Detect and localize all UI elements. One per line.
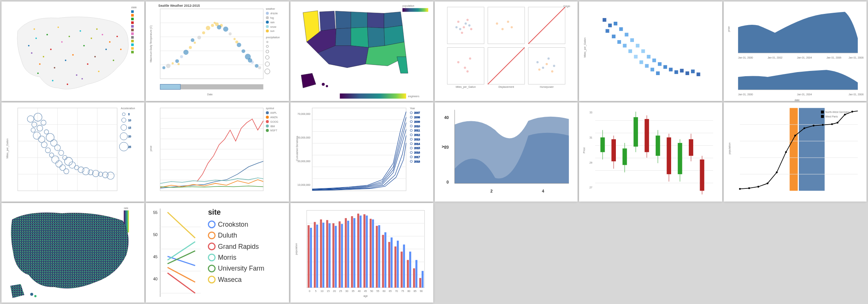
- svg-rect-407: [382, 235, 384, 288]
- svg-point-49: [162, 66, 165, 69]
- svg-text:drizzle: drizzle: [271, 12, 278, 15]
- x-axis-label: age: [363, 295, 368, 298]
- svg-rect-294: [600, 137, 605, 152]
- svg-point-126: [542, 66, 544, 69]
- x-axis-label: Date: [207, 93, 213, 96]
- svg-point-55: [189, 46, 192, 49]
- svg-point-90: [267, 41, 268, 43]
- svg-text:10: 10: [321, 290, 324, 293]
- svg-point-332: [812, 125, 814, 126]
- svg-rect-387: [320, 220, 322, 288]
- svg-point-333: [822, 124, 824, 126]
- svg-point-54: [183, 50, 189, 55]
- svg-text:31: 31: [590, 136, 593, 139]
- svg-rect-415: [407, 260, 408, 288]
- svg-text:55: 55: [153, 211, 158, 215]
- svg-point-375: [209, 276, 215, 283]
- y-axis-label: population: [295, 243, 298, 255]
- svg-rect-36: [131, 25, 134, 28]
- svg-text:Origin: Origin: [563, 5, 570, 8]
- svg-point-220: [121, 124, 127, 130]
- svg-point-238: [266, 120, 269, 123]
- svg-point-11: [68, 36, 70, 37]
- legend-sites: Crookston Duluth Grand Rapids Morris Uni…: [209, 221, 265, 283]
- svg-point-73: [191, 38, 195, 42]
- svg-rect-403: [369, 219, 371, 288]
- svg-text:West Paris: West Paris: [825, 115, 838, 118]
- svg-text:Jan 01, 2004: Jan 01, 2004: [797, 56, 812, 59]
- svg-point-8: [57, 27, 59, 28]
- svg-rect-141: [612, 35, 616, 38]
- svg-point-1: [31, 52, 32, 54]
- svg-rect-157: [656, 71, 660, 75]
- svg-text:Jan 01, 2008: Jan 01, 2008: [848, 93, 863, 96]
- legend-years: 2007 2008 2009 2010 2011 2012 2013 2014 …: [410, 111, 420, 163]
- svg-text:2013: 2013: [414, 138, 420, 141]
- svg-text:0: 0: [309, 290, 310, 293]
- svg-rect-144: [625, 33, 629, 36]
- svg-text:Jan 01, 2000: Jan 01, 2000: [738, 56, 753, 59]
- svg-rect-395: [345, 218, 346, 288]
- svg-rect-138: [608, 24, 612, 27]
- svg-point-335: [836, 122, 838, 123]
- svg-rect-397: [351, 216, 353, 287]
- svg-rect-338: [821, 110, 824, 113]
- svg-text:AMZN: AMZN: [271, 116, 278, 119]
- svg-point-66: [237, 43, 241, 47]
- svg-rect-226: [160, 108, 263, 191]
- svg-text:15: 15: [128, 126, 131, 129]
- svg-point-3: [39, 63, 41, 65]
- svg-rect-139: [606, 29, 609, 33]
- svg-point-328: [776, 171, 777, 173]
- svg-text:85: 85: [413, 290, 416, 293]
- svg-rect-420: [422, 271, 423, 288]
- svg-point-255: [410, 111, 412, 114]
- svg-rect-34: [131, 18, 134, 20]
- svg-rect-319: [799, 108, 825, 191]
- svg-rect-406: [378, 225, 380, 287]
- svg-rect-152: [647, 55, 651, 59]
- svg-text:50: 50: [370, 290, 373, 293]
- svg-rect-143: [617, 40, 621, 44]
- svg-text:27: 27: [590, 186, 593, 189]
- legend-title: symbol: [266, 107, 274, 110]
- svg-rect-391: [332, 223, 334, 288]
- chart-grouped-bar: population age 0510152025303540455055606…: [290, 203, 433, 302]
- svg-point-95: [265, 69, 270, 74]
- svg-text:AAPL: AAPL: [271, 111, 277, 114]
- legend-bottom-title: engineers: [408, 95, 419, 98]
- svg-text:fog: fog: [271, 17, 274, 20]
- svg-point-10: [65, 60, 67, 61]
- svg-text:90: 90: [420, 290, 423, 293]
- svg-rect-41: [131, 44, 134, 46]
- svg-rect-35: [131, 21, 134, 24]
- svg-point-70: [255, 64, 259, 68]
- svg-point-0: [28, 45, 30, 47]
- svg-text:50: 50: [153, 233, 158, 237]
- svg-rect-411: [394, 247, 396, 288]
- svg-text:5: 5: [128, 113, 130, 116]
- y-axis-label: Maximum Daily Temperature (C): [150, 25, 153, 62]
- svg-point-22: [109, 41, 110, 43]
- svg-rect-408: [384, 232, 386, 288]
- svg-text:10: 10: [128, 119, 131, 122]
- chart-donations: Cumulative Donations 70,000,000 50,000,0…: [290, 102, 433, 202]
- svg-point-128: [553, 65, 555, 67]
- svg-rect-384: [310, 228, 312, 288]
- svg-point-91: [266, 45, 269, 48]
- svg-rect-405: [376, 226, 378, 288]
- svg-text:rain: rain: [271, 21, 275, 24]
- svg-rect-306: [667, 137, 671, 174]
- svg-point-75: [217, 25, 222, 30]
- svg-point-97: [322, 83, 325, 86]
- svg-rect-389: [326, 220, 328, 288]
- svg-text:50,000,000: 50,000,000: [297, 136, 310, 139]
- svg-point-9: [61, 41, 63, 43]
- svg-text:MSFT: MSFT: [271, 129, 278, 132]
- svg-rect-308: [678, 143, 682, 174]
- svg-text:40: 40: [444, 115, 449, 120]
- svg-rect-150: [641, 49, 645, 53]
- svg-point-124: [466, 70, 469, 72]
- svg-point-121: [457, 61, 460, 63]
- svg-point-80: [266, 12, 269, 15]
